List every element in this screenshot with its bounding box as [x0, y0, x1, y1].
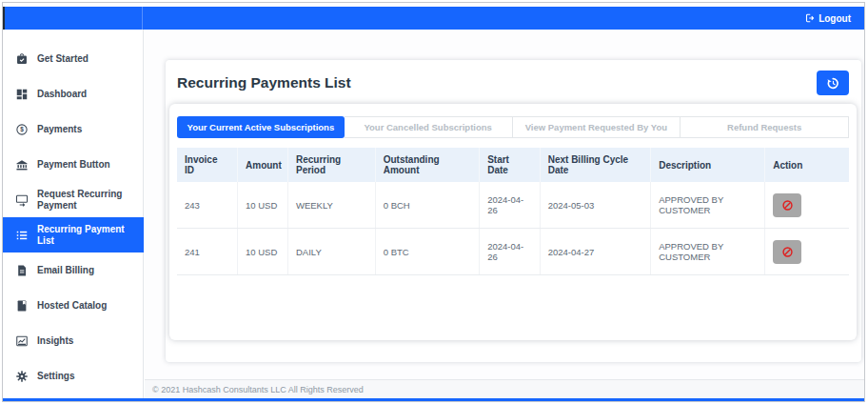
tab-bar: Your Current Active Subscriptions Your C…: [177, 116, 849, 138]
card-header: Recurring Payments List: [166, 60, 861, 104]
cell-description: APPROVED BY CUSTOMER: [651, 229, 765, 275]
cell-action: [765, 229, 849, 275]
cell-start-date: 2024-04-26: [480, 229, 541, 275]
history-button[interactable]: [817, 71, 849, 95]
main-area: Recurring Payments List Your Current Act…: [145, 30, 864, 398]
sidebar-item-label: Payments: [37, 124, 82, 135]
footer: © 2021 Hashcash Consultants LLC All Righ…: [145, 379, 864, 398]
cell-invoice-id: 243: [177, 182, 238, 229]
cell-outstanding-amount: 0 BCH: [375, 182, 479, 229]
sidebar-item-label: Hosted Catalog: [37, 300, 107, 312]
table-row: 241 10 USD DAILY 0 BTC 2024-04-26 2024-0…: [177, 229, 849, 275]
dollar-circle-icon: $: [15, 123, 29, 136]
sidebar-item-settings[interactable]: Settings: [3, 358, 143, 394]
sidebar-item-label: Payment Button: [37, 159, 110, 171]
tab-your-current-active-subscriptions[interactable]: Your Current Active Subscriptions: [177, 116, 345, 138]
tab-refund-requests[interactable]: Refund Requests: [681, 116, 849, 138]
sidebar-item-payment-button[interactable]: Payment Button: [3, 147, 143, 182]
column-header-invoice-id: Invoice ID: [177, 148, 238, 182]
sidebar-item-label: Settings: [37, 371, 74, 382]
cancel-icon: [781, 246, 794, 258]
sidebar-item-label: Email Billing: [37, 265, 94, 276]
sidebar-item-get-started[interactable]: Get Started: [3, 41, 143, 76]
svg-text:$: $: [20, 126, 24, 133]
subscriptions-table: Invoice ID Amount Recurring Period Outst…: [177, 148, 849, 275]
logout-label: Logout: [819, 13, 851, 24]
document-icon: [15, 264, 29, 277]
logout-icon: [804, 12, 816, 24]
bank-icon: [15, 158, 29, 172]
chart-icon: [15, 334, 29, 348]
sidebar-item-insights[interactable]: Insights: [3, 323, 143, 358]
screen: Logout Get Started Dashboard $ P: [0, 0, 868, 404]
column-header-amount: Amount: [238, 148, 288, 182]
cancel-subscription-button[interactable]: [773, 240, 801, 264]
column-header-action: Action: [765, 148, 849, 182]
cancel-subscription-button[interactable]: [773, 193, 801, 217]
topbar: Logout: [3, 7, 864, 30]
tab-view-payment-requested-by-you[interactable]: View Payment Requested By You: [513, 116, 681, 138]
card-arrow-icon: [15, 193, 29, 207]
tab-your-cancelled-subscriptions[interactable]: Your Cancelled Subscriptions: [345, 116, 513, 138]
sidebar-item-label: Recurring Payment List: [37, 224, 136, 246]
sidebar-item-hosted-catalog[interactable]: Hosted Catalog: [3, 288, 143, 323]
history-icon: [826, 76, 840, 91]
sidebar-item-recurring-payment-list[interactable]: Recurring Payment List: [3, 217, 144, 252]
column-header-start-date: Start Date: [480, 148, 541, 182]
cell-recurring-period: WEEKLY: [287, 182, 375, 229]
page-title: Recurring Payments List: [177, 74, 351, 91]
cell-outstanding-amount: 0 BTC: [375, 229, 479, 275]
column-header-outstanding-amount: Outstanding Amount: [375, 148, 479, 182]
sidebar-item-label: Insights: [37, 335, 73, 347]
column-header-description: Description: [651, 148, 765, 182]
subscriptions-panel: Your Current Active Subscriptions Your C…: [169, 104, 857, 340]
cell-description: APPROVED BY CUSTOMER: [651, 182, 765, 229]
list-icon: [15, 229, 29, 242]
dashboard-grid-icon: [15, 88, 29, 101]
column-header-next-billing-cycle-date: Next Billing Cycle Date: [540, 148, 650, 182]
sidebar-item-email-billing[interactable]: Email Billing: [3, 252, 143, 288]
logout-button[interactable]: Logout: [799, 7, 857, 30]
sidebar: Get Started Dashboard $ Payments Payment…: [3, 30, 144, 398]
sidebar-item-label: Dashboard: [37, 89, 87, 100]
cell-amount: 10 USD: [238, 229, 288, 275]
cell-invoice-id: 241: [177, 229, 238, 275]
app-window: Logout Get Started Dashboard $ P: [2, 2, 865, 402]
book-icon: [15, 299, 29, 313]
table-row: 243 10 USD WEEKLY 0 BCH 2024-04-26 2024-…: [177, 182, 849, 229]
sidebar-item-dashboard[interactable]: Dashboard: [3, 76, 143, 111]
bottom-accent-bar: [3, 398, 864, 401]
cell-next-billing-cycle-date: 2024-04-27: [540, 229, 650, 275]
table-header-row: Invoice ID Amount Recurring Period Outst…: [177, 148, 849, 182]
cell-next-billing-cycle-date: 2024-05-03: [540, 182, 650, 229]
sidebar-item-payments[interactable]: $ Payments: [3, 111, 143, 147]
topbar-sidebar-divider: [142, 7, 143, 30]
topbar-left-edge-decoration: [3, 7, 5, 30]
footer-copyright: © 2021 Hashcash Consultants LLC All Righ…: [152, 385, 364, 394]
sidebar-item-request-recurring-payment[interactable]: Request Recurring Payment: [3, 182, 143, 217]
briefcase-check-icon: [15, 52, 29, 66]
gear-icon: [15, 370, 29, 383]
cell-recurring-period: DAILY: [287, 229, 375, 275]
sidebar-item-label: Request Recurring Payment: [37, 189, 135, 211]
cancel-icon: [781, 199, 794, 212]
cell-action: [765, 182, 849, 229]
recurring-payments-card: Recurring Payments List Your Current Act…: [166, 60, 861, 362]
sidebar-item-label: Get Started: [37, 53, 89, 65]
cell-start-date: 2024-04-26: [480, 182, 541, 229]
column-header-recurring-period: Recurring Period: [287, 148, 375, 182]
cell-amount: 10 USD: [238, 182, 288, 229]
